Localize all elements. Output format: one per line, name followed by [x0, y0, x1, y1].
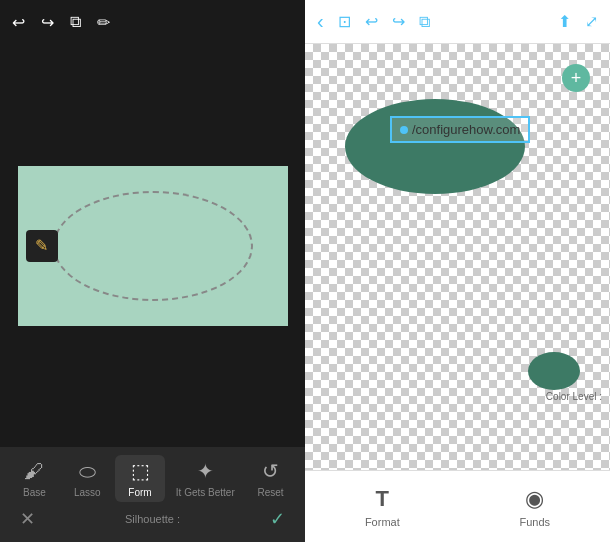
tabs-row: 🖌 Base ⬭ Lasso ⬚ Form ✦ It Gets Better ↺…	[0, 455, 305, 502]
right-toolbar: ‹ ⊡ ↩ ↪ ⧉ ⬆ ⤢	[305, 0, 610, 44]
format-label: Format	[365, 516, 400, 528]
right-bottom-bar: T Format ◉ Funds	[305, 470, 610, 542]
base-label: Base	[23, 487, 46, 498]
confirm-button[interactable]: ✓	[270, 508, 285, 530]
right-undo-icon[interactable]: ↩	[365, 12, 378, 31]
text-input-content[interactable]: /configurehow.com	[412, 122, 520, 137]
silhouette-label: Silhouette :	[125, 513, 180, 525]
right-redo-icon[interactable]: ↪	[392, 12, 405, 31]
text-cursor	[400, 126, 408, 134]
reset-icon: ↺	[262, 459, 279, 483]
tab-better[interactable]: ✦ It Gets Better	[168, 455, 243, 502]
better-label: It Gets Better	[176, 487, 235, 498]
funds-icon: ◉	[525, 486, 544, 512]
undo-icon[interactable]: ↩	[12, 13, 25, 32]
left-panel: ↩ ↪ ⧉ ✏ ✎ 🖌 Base ⬭ Lasso ⬚ Form	[0, 0, 305, 542]
green-oval-large	[345, 99, 525, 194]
better-icon: ✦	[197, 459, 214, 483]
back-icon[interactable]: ‹	[317, 10, 324, 33]
expand-icon[interactable]: ⤢	[585, 12, 598, 31]
funds-label: Funds	[520, 516, 551, 528]
color-level-label: Color Level :	[546, 391, 602, 402]
layers-icon[interactable]: ⧉	[70, 13, 81, 31]
form-icon: ⬚	[131, 459, 150, 483]
plus-button[interactable]: +	[562, 64, 590, 92]
canvas-content: /configurehow.com + Color Level :	[305, 44, 610, 470]
green-oval-small	[528, 352, 580, 390]
funds-tool[interactable]: ◉ Funds	[520, 486, 551, 528]
tab-lasso[interactable]: ⬭ Lasso	[62, 456, 112, 502]
dashed-oval	[53, 191, 253, 301]
tab-base[interactable]: 🖌 Base	[9, 456, 59, 502]
right-layers-icon[interactable]: ⧉	[419, 13, 430, 31]
left-bottom-tabs: 🖌 Base ⬭ Lasso ⬚ Form ✦ It Gets Better ↺…	[0, 447, 305, 542]
tab-reset[interactable]: ↺ Reset	[246, 455, 296, 502]
left-toolbar: ↩ ↪ ⧉ ✏	[0, 0, 305, 44]
reset-label: Reset	[258, 487, 284, 498]
format-tool[interactable]: T Format	[365, 486, 400, 528]
text-input-box[interactable]: /configurehow.com	[390, 116, 530, 143]
share-icon[interactable]: ⬆	[558, 12, 571, 31]
left-canvas-bg: ✎	[18, 166, 288, 326]
format-icon: T	[376, 486, 389, 512]
tab-form[interactable]: ⬚ Form	[115, 455, 165, 502]
left-canvas-area: ✎	[0, 44, 305, 447]
lasso-icon: ⬭	[79, 460, 96, 483]
right-panel: ‹ ⊡ ↩ ↪ ⧉ ⬆ ⤢ /configurehow.com + Color …	[305, 0, 610, 542]
lasso-label: Lasso	[74, 487, 101, 498]
cancel-button[interactable]: ✕	[20, 508, 35, 530]
right-canvas-area: /configurehow.com + Color Level :	[305, 44, 610, 470]
base-icon: 🖌	[24, 460, 44, 483]
crop-icon[interactable]: ⊡	[338, 12, 351, 31]
brush-icon[interactable]: ✎	[26, 230, 58, 262]
bottom-action-row: ✕ Silhouette : ✓	[0, 502, 305, 538]
redo-icon[interactable]: ↪	[41, 13, 54, 32]
draw-icon[interactable]: ✏	[97, 13, 110, 32]
form-label: Form	[128, 487, 151, 498]
